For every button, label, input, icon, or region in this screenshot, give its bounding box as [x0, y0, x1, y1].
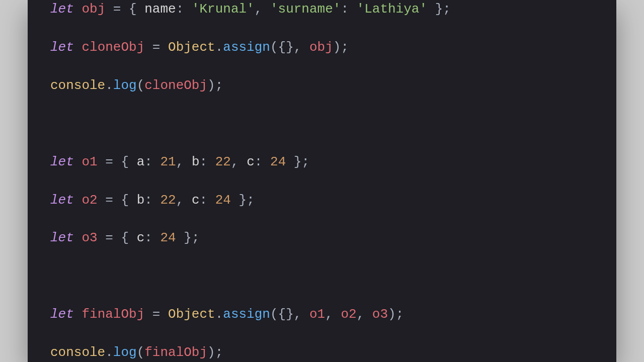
code-line: let cloneObj = Object.assign({}, obj); — [50, 40, 349, 55]
code-editor-panel: let obj = { name: 'Krunal', 'surname': '… — [28, 0, 616, 362]
fn-log: log — [113, 78, 137, 93]
var-finalObj: finalObj — [82, 307, 144, 322]
code-line: let o1 = { a: 21, b: 22, c: 24 }; — [50, 154, 309, 169]
ident-Object: Object — [168, 40, 215, 55]
code-line: let obj = { name: 'Krunal', 'surname': '… — [50, 2, 451, 17]
keyword-let: let — [50, 230, 74, 245]
keyword-let: let — [50, 40, 74, 55]
ident-console: console — [50, 345, 105, 360]
keyword-let: let — [50, 2, 74, 17]
code-line: let o2 = { b: 22, c: 24 }; — [50, 193, 255, 208]
ident-console: console — [50, 78, 105, 93]
code-line: let o3 = { c: 24 }; — [50, 230, 200, 245]
code-line: let finalObj = Object.assign({}, o1, o2,… — [50, 307, 404, 322]
code-line: console.log(cloneObj); — [50, 78, 223, 93]
fn-assign: assign — [223, 40, 270, 55]
keyword-let: let — [50, 193, 74, 208]
keyword-let: let — [50, 307, 74, 322]
var-obj: obj — [82, 2, 105, 17]
code-line: console.log(finalObj); — [50, 345, 223, 360]
ident-Object: Object — [168, 307, 215, 322]
var-o1: o1 — [82, 154, 97, 169]
fn-log: log — [113, 345, 137, 360]
var-o3: o3 — [82, 230, 97, 245]
var-cloneObj: cloneObj — [82, 40, 144, 55]
code-block: let obj = { name: 'Krunal', 'surname': '… — [50, 0, 594, 362]
keyword-let: let — [50, 154, 74, 169]
var-o2: o2 — [82, 193, 97, 208]
fn-assign: assign — [223, 307, 270, 322]
